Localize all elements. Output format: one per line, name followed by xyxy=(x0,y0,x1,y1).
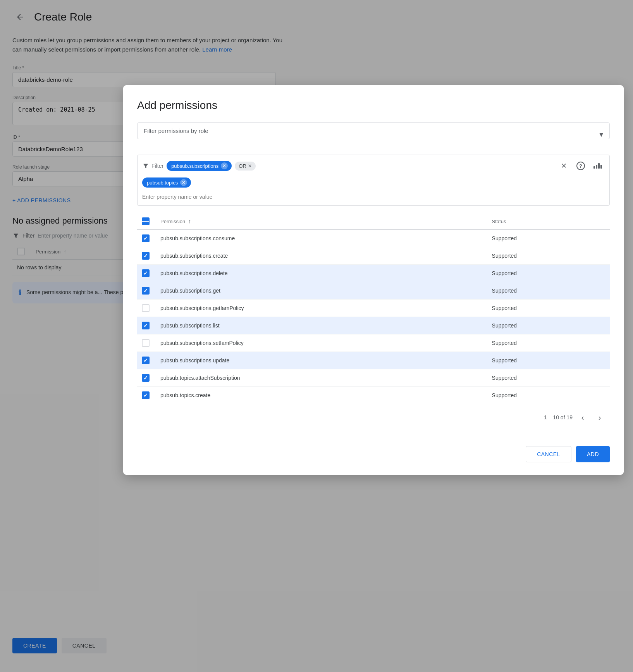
permission-name: pubsub.subscriptions.create xyxy=(156,247,487,265)
permission-status: Supported xyxy=(487,352,610,369)
permission-status: Supported xyxy=(487,334,610,352)
permission-checkbox[interactable]: ✓ xyxy=(142,269,150,277)
add-modal-button[interactable]: ADD xyxy=(576,446,610,462)
permission-name: pubsub.subscriptions.update xyxy=(156,352,487,369)
clear-filter-button[interactable]: ✕ xyxy=(557,159,571,173)
columns-button[interactable] xyxy=(591,159,605,173)
pagination-range: 1 – 10 of 19 xyxy=(544,414,573,420)
permission-status: Supported xyxy=(487,317,610,334)
chip-or-close[interactable]: ✕ xyxy=(248,163,252,169)
pagination: 1 – 10 of 19 ‹ › xyxy=(137,404,610,427)
next-page-button[interactable]: › xyxy=(593,410,607,424)
permission-checkbox[interactable]: ✓ xyxy=(142,391,150,399)
permission-name: pubsub.subscriptions.delete xyxy=(156,265,487,282)
permission-checkbox[interactable]: ✓ xyxy=(142,287,150,295)
table-row: pubsub.subscriptions.getIamPolicySupport… xyxy=(137,300,610,317)
permission-checkbox[interactable] xyxy=(142,304,150,312)
permission-name: pubsub.subscriptions.consume xyxy=(156,229,487,247)
permission-name: pubsub.topics.create xyxy=(156,387,487,404)
permission-name: pubsub.subscriptions.getIamPolicy xyxy=(156,300,487,317)
table-row: ✓pubsub.subscriptions.updateSupported xyxy=(137,352,610,369)
permission-status: Supported xyxy=(487,265,610,282)
table-row: ✓pubsub.subscriptions.listSupported xyxy=(137,317,610,334)
chip-topics[interactable]: pubsub.topics ✕ xyxy=(142,177,191,188)
permission-checkbox[interactable]: ✓ xyxy=(142,234,150,242)
prev-page-button[interactable]: ‹ xyxy=(576,410,590,424)
sort-icon-modal: ↑ xyxy=(188,218,191,224)
table-row: ✓pubsub.topics.createSupported xyxy=(137,387,610,404)
table-row: ✓pubsub.subscriptions.createSupported xyxy=(137,247,610,265)
permission-name: pubsub.subscriptions.get xyxy=(156,282,487,300)
permissions-table-modal: — Permission ↑ Status ✓pubsub.subscripti… xyxy=(137,214,610,404)
permission-status: Supported xyxy=(487,229,610,247)
modal-actions: CANCEL ADD xyxy=(137,440,610,462)
permission-checkbox[interactable]: ✓ xyxy=(142,252,150,260)
permission-checkbox[interactable] xyxy=(142,339,150,347)
filter-input[interactable] xyxy=(142,192,605,202)
filter-dropdown-wrapper: Filter permissions by role ▼ xyxy=(137,122,610,147)
chip-subscriptions[interactable]: pubsub.subscriptions ✕ xyxy=(167,161,232,171)
table-row: pubsub.subscriptions.setIamPolicySupport… xyxy=(137,334,610,352)
permission-checkbox[interactable]: ✓ xyxy=(142,374,150,382)
chip-topics-close[interactable]: ✕ xyxy=(180,179,187,186)
permission-status: Supported xyxy=(487,387,610,404)
permission-checkbox[interactable]: ✓ xyxy=(142,357,150,364)
permission-name: pubsub.subscriptions.setIamPolicy xyxy=(156,334,487,352)
permission-status: Supported xyxy=(487,300,610,317)
filter-icon-modal xyxy=(142,162,149,169)
cancel-modal-button[interactable]: CANCEL xyxy=(526,446,571,462)
modal-title: Add permissions xyxy=(137,99,610,112)
permission-status: Supported xyxy=(487,247,610,265)
filter-actions: ✕ ? xyxy=(557,159,605,173)
add-permissions-modal: Add permissions Filter permissions by ro… xyxy=(123,85,624,475)
table-row: ✓pubsub.topics.attachSubscriptionSupport… xyxy=(137,369,610,387)
permission-name: pubsub.topics.attachSubscription xyxy=(156,369,487,387)
table-row: ✓pubsub.subscriptions.deleteSupported xyxy=(137,265,610,282)
help-filter-button[interactable]: ? xyxy=(574,159,588,173)
permission-status: Supported xyxy=(487,282,610,300)
select-all-checkbox-modal[interactable]: — xyxy=(142,217,150,225)
filter-chips-area: Filter pubsub.subscriptions ✕ OR ✕ ✕ ? xyxy=(137,155,610,206)
permission-checkbox[interactable]: ✓ xyxy=(142,322,150,329)
filter-label-modal: Filter xyxy=(142,162,163,169)
chip-or: OR ✕ xyxy=(235,162,256,171)
table-row: ✓pubsub.subscriptions.consumeSupported xyxy=(137,229,610,247)
table-row: ✓pubsub.subscriptions.getSupported xyxy=(137,282,610,300)
permission-name: pubsub.subscriptions.list xyxy=(156,317,487,334)
chip-subscriptions-close[interactable]: ✕ xyxy=(221,162,228,169)
permission-status: Supported xyxy=(487,369,610,387)
filter-role-dropdown[interactable]: Filter permissions by role xyxy=(137,122,610,139)
